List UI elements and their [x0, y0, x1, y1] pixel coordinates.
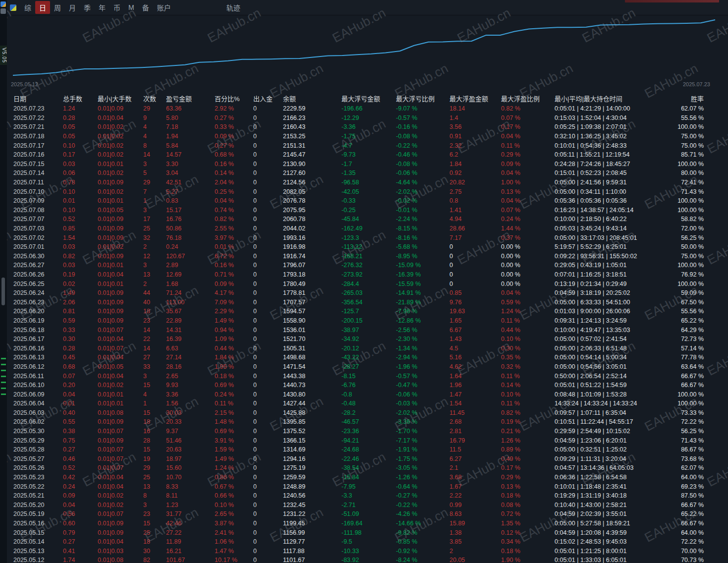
cell-max-float-profit: 3.85 [449, 538, 501, 545]
table-row[interactable]: 2025.06.232.060.01|0.0940113.007.09 %017… [13, 297, 728, 307]
cell-win-rate: 69.23 % [661, 483, 707, 490]
cell-pct: 1.48 % [214, 418, 253, 425]
cell-total-lots: 0.40 [62, 409, 97, 416]
cell-max-float-profit-pct: 0.10 % [501, 336, 554, 342]
cell-count: 18 [143, 308, 166, 315]
table-row[interactable]: 2025.07.231.240.01|0.092963.362.92 %0222… [13, 104, 728, 113]
table-row[interactable]: 2025.06.170.300.01|0.042216.391.09 %0152… [13, 335, 728, 344]
cell-pl-amount: 51.46 [166, 437, 214, 444]
table-row[interactable]: 2025.07.070.520.01|0.091716.760.82 %0206… [13, 215, 728, 224]
tab-币[interactable]: 币 [110, 1, 124, 14]
cell-inout: 0 [253, 169, 282, 176]
table-row[interactable]: 2025.05.121.740.01|0.0882101.6710.17 %01… [13, 556, 728, 563]
table-row[interactable]: 2025.05.300.380.01|0.07169.370.69 %01375… [13, 427, 728, 436]
table-row[interactable]: 2025.05.150.790.01|0.092527.222.41 %0115… [13, 528, 728, 537]
cell-hold-times: 0:10:51 | 11:22:44 | 54:55:17 [554, 418, 661, 425]
table-row[interactable]: 2025.05.220.240.01|0.04138.330.67 %01248… [13, 482, 728, 491]
tab-轨迹[interactable]: 轨迹 [223, 1, 244, 14]
table-row[interactable]: 2025.07.021.540.01|0.093276.183.97 %0199… [13, 233, 728, 242]
table-row[interactable]: 2025.07.160.170.01|0.021414.570.68 %0214… [13, 150, 728, 160]
tab-周[interactable]: 周 [50, 1, 65, 14]
cell-date: 2025.06.12 [13, 363, 62, 370]
cell-pct: 0.33 % [214, 123, 253, 130]
cell-max-float-profit-pct: 0.11 % [501, 142, 554, 149]
cell-balance: 1375.52 [282, 428, 341, 435]
table-row[interactable]: 2025.07.150.030.01|0.0133.300.16 %02130.… [13, 160, 728, 169]
table-row[interactable]: 2025.05.160.600.01|0.091542.463.87 %0119… [13, 519, 728, 528]
table-row[interactable]: 2025.06.100.200.01|0.02159.930.69 %01440… [13, 381, 728, 390]
cell-max-float-loss: -15.84 [341, 474, 395, 481]
cell-total-lots: 1.74 [62, 557, 97, 563]
table-row[interactable]: 2025.06.200.810.01|0.091835.672.29 %0159… [13, 307, 728, 316]
cell-hold-times: 0:10:00 | 4:19:47 | 13:35:03 [554, 327, 661, 334]
table-row[interactable]: 2025.06.090.040.01|0.0143.360.24 %01430.… [13, 390, 728, 399]
table-row[interactable]: 2025.07.080.100.01|0.05315.170.74 %02075… [13, 206, 728, 215]
cell-minmax-lots: 0.01|0.09 [97, 529, 143, 536]
table-row[interactable]: 2025.05.280.270.01|0.071520.631.59 %0131… [13, 445, 728, 454]
cell-count: 23 [143, 317, 166, 324]
table-row[interactable]: 2025.06.241.490.01|0.094471.244.17 %0177… [13, 288, 728, 298]
cell-date: 2025.05.13 [13, 548, 62, 555]
table-row[interactable]: 2025.06.260.190.01|0.041312.690.71 %0179… [13, 270, 728, 280]
table-row[interactable]: 2025.07.170.100.01|0.0285.840.27 %02151.… [13, 141, 728, 150]
cell-pl-amount: 35.67 [166, 308, 214, 315]
app-icon[interactable] [0, 1, 6, 7]
cell-hold-times: 0:10:40 | 1:43:00 | 2:58:21 [554, 502, 661, 508]
table-row[interactable]: 2025.07.220.280.01|0.0495.800.27 %02166.… [13, 113, 728, 123]
table-row[interactable]: 2025.06.030.400.01|0.081530.032.15 %0142… [13, 408, 728, 418]
cell-max-float-loss: -12.29 [341, 114, 395, 121]
table-row[interactable]: 2025.05.260.520.01|0.072915.601.24 %0127… [13, 463, 728, 473]
table-row[interactable]: 2025.07.110.780.01|0.092942.512.04 %0212… [13, 178, 728, 187]
table-row[interactable]: 2025.05.130.410.01|0.033016.211.47 %0111… [13, 547, 728, 556]
tab-账户[interactable]: 账户 [153, 1, 175, 14]
cell-pct: 0.27 % [214, 114, 253, 121]
cell-total-lots: 0.81 [62, 308, 97, 315]
cell-pl-amount: 27.14 [166, 354, 214, 361]
table-row[interactable]: 2025.05.270.460.01|0.071918.971.49 %0129… [13, 454, 728, 464]
table-row[interactable]: 2025.05.210.090.01|0.0288.110.66 %01240.… [13, 491, 728, 501]
cell-pl-amount: 101.67 [166, 557, 214, 563]
table-row[interactable]: 2025.07.180.050.01|0.0241.940.09 %02153.… [13, 132, 728, 141]
table-row[interactable]: 2025.06.020.550.01|0.091820.331.48 %0139… [13, 417, 728, 427]
equity-chart[interactable]: 2025.05.12 2025.07.23 [7, 15, 728, 89]
table-row[interactable]: 2025.06.250.020.01|0.0121.680.09 %01780.… [13, 279, 728, 288]
tab-备[interactable]: 备 [138, 1, 153, 14]
tool-icon[interactable] [0, 8, 6, 14]
cell-max-float-loss: -200.15 [341, 317, 395, 324]
table-row[interactable]: 2025.06.180.330.01|0.071414.310.94 %0153… [13, 325, 728, 335]
cell-max-float-loss: -94.21 [341, 437, 395, 444]
tab-日[interactable]: 日 [35, 1, 50, 14]
table-row[interactable]: 2025.07.090.010.01|0.0110.830.04 %02076.… [13, 196, 728, 206]
table-row[interactable]: 2025.05.290.750.01|0.092851.463.91 %0136… [13, 436, 728, 445]
table-row[interactable]: 2025.06.110.070.01|0.0432.650.18 %01443.… [13, 371, 728, 381]
table-row[interactable]: 2025.05.230.420.01|0.042510.700.86 %0125… [13, 473, 728, 482]
cell-minmax-lots: 0.01|0.05 [97, 363, 143, 370]
cell-pl-amount: 9.93 [166, 382, 214, 389]
rail-scrollbar-thumb[interactable] [1, 278, 5, 305]
table-row[interactable]: 2025.06.160.280.01|0.07146.630.44 %01505… [13, 343, 728, 353]
cell-max-float-profit: 20.05 [449, 557, 501, 563]
table-row[interactable]: 2025.07.010.030.01|0.0220.240.01 %01916.… [13, 242, 728, 252]
tab-季[interactable]: 季 [80, 1, 95, 14]
tab-月[interactable]: 月 [65, 1, 80, 14]
cell-total-lots: 0.85 [62, 225, 97, 232]
tab-年[interactable]: 年 [95, 1, 110, 14]
table-row[interactable]: 2025.06.300.820.01|0.0912120.676.72 %019… [13, 252, 728, 261]
cell-max-float-loss-pct: -15.59 % [395, 281, 449, 287]
cell-win-rate: 100.00 % [661, 262, 707, 269]
table-row[interactable]: 2025.06.270.030.01|0.0132.890.16 %01796.… [13, 261, 728, 270]
table-row[interactable]: 2025.06.040.010.01|0.0111.560.11 %01427.… [13, 399, 728, 408]
table-row[interactable]: 2025.07.210.050.01|0.0247.180.33 %02160.… [13, 122, 728, 132]
tab-M[interactable]: M [124, 2, 138, 13]
rail-grip-handle[interactable] [1, 358, 6, 395]
table-row[interactable]: 2025.07.140.060.01|0.0253.040.14 %02127.… [13, 169, 728, 178]
table-row[interactable]: 2025.07.100.100.01|0.0275.270.25 %02082.… [13, 187, 728, 196]
tab-综[interactable]: 综 [20, 1, 35, 14]
table-row[interactable]: 2025.05.190.560.01|0.072331.772.65 %0123… [13, 509, 728, 519]
table-row[interactable]: 2025.06.190.590.01|0.092322.891.49 %0155… [13, 316, 728, 326]
table-row[interactable]: 2025.05.140.270.01|0.041811.891.06 %0112… [13, 537, 728, 547]
table-row[interactable]: 2025.07.030.850.01|0.092550.862.55 %0204… [13, 224, 728, 233]
table-row[interactable]: 2025.06.130.450.01|0.042727.141.84 %0149… [13, 353, 728, 362]
table-row[interactable]: 2025.06.120.680.01|0.053328.161.95 %0147… [13, 362, 728, 372]
table-row[interactable]: 2025.05.200.040.01|0.0231.230.10 %01232.… [13, 501, 728, 510]
